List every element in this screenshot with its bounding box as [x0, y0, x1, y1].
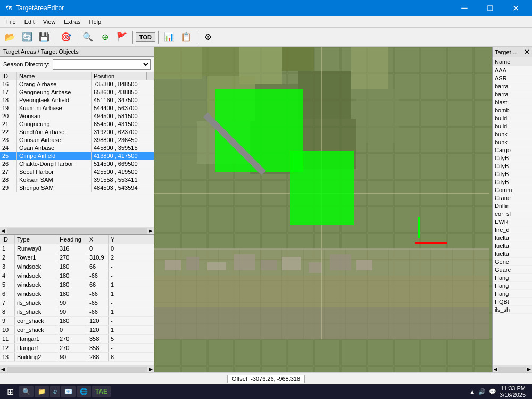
lower-table-row[interactable]: 10 eor_shack 0 120 1 [0, 326, 154, 335]
upper-table-row[interactable]: 18 Pyeongtaek Airfield 451160 , 347500 [0, 96, 154, 104]
taskbar-app2[interactable]: 📧 [61, 386, 76, 397]
right-panel-item[interactable]: CityB [493, 170, 532, 178]
right-panel-item[interactable]: fuelta [493, 234, 532, 242]
right-panel-item[interactable]: barra [493, 82, 532, 90]
upper-table-row[interactable]: 19 Kuum-ni Airbase 544400 , 563700 [0, 104, 154, 112]
right-panel-item[interactable]: HQBt [493, 298, 532, 306]
lower-table-row[interactable]: 8 ils_shack 90 -66 1 [0, 307, 154, 317]
taskbar-app3[interactable]: 🌐 [77, 386, 91, 397]
upper-table-row[interactable]: 29 Shenpo SAM 484503 , 543594 [0, 184, 154, 192]
lower-cell-heading: 270 [57, 335, 87, 343]
right-panel-item[interactable]: buildi [493, 122, 532, 130]
right-panel-item[interactable]: CityB [493, 162, 532, 170]
hscroll-track[interactable] [7, 228, 147, 234]
add-button[interactable]: ⊕ [97, 30, 113, 45]
right-panel-item[interactable]: buildi [493, 114, 532, 122]
right-panel-item[interactable]: blast [493, 98, 532, 106]
upper-hscroll[interactable]: ◀ ▶ [0, 227, 154, 234]
upper-table-row[interactable]: 24 Osan Airbase 445800 , 359515 [0, 144, 154, 152]
close-button[interactable]: ✕ [503, 0, 528, 16]
right-panel-item[interactable]: Crane [493, 194, 532, 202]
taskbar-explorer[interactable]: 📁 [35, 386, 49, 397]
upper-table-row[interactable]: 27 Seoul Harbor 425500 , 419500 [0, 168, 154, 176]
right-panel-item[interactable]: CityB [493, 178, 532, 186]
upper-table-row[interactable]: 28 Koksan SAM 391558 , 553411 [0, 176, 154, 184]
upper-table-row[interactable]: 26 Chakto-Dong Harbor 514500 , 669500 [0, 160, 154, 168]
right-panel-item[interactable]: bomb [493, 106, 532, 114]
lower-table-row[interactable]: 6 windsock 180 -66 1 [0, 289, 154, 298]
right-panel-item[interactable]: Cargo [493, 146, 532, 154]
right-panel-item[interactable]: CityB [493, 154, 532, 162]
right-panel-item[interactable]: ASR [493, 74, 532, 82]
lower-table-row[interactable]: 9 eor_shack 180 120 - [0, 317, 154, 326]
right-panel-item[interactable]: Hang [493, 274, 532, 282]
right-panel-item[interactable]: EWR [493, 218, 532, 226]
svg-rect-29 [330, 254, 351, 270]
target-button[interactable]: 🎯 [58, 30, 74, 45]
taskbar-tae[interactable]: TAE [92, 386, 111, 397]
upper-table-row[interactable]: 23 Gunsan Airbase 398800 , 236450 [0, 136, 154, 144]
season-select[interactable] [53, 59, 151, 70]
lower-table-row[interactable]: 4 windsock 180 -66 - [0, 271, 154, 280]
menu-help[interactable]: Help [85, 18, 106, 26]
right-panel-item[interactable]: Guarc [493, 266, 532, 274]
right-panel-item[interactable]: Hang [493, 282, 532, 290]
right-hscroll[interactable]: ◀ ▶ [493, 365, 532, 372]
menu-extras[interactable]: Extras [60, 18, 85, 26]
lower-hscroll-track[interactable] [7, 367, 147, 372]
map-area[interactable] [154, 47, 492, 372]
lower-table-row[interactable]: 11 Hangar1 270 358 5 [0, 335, 154, 344]
lower-col-y: Y [109, 235, 146, 244]
upper-table-row[interactable]: 25 Gimpo Airfield 413800 , 417500 [0, 152, 154, 160]
right-panel-item[interactable]: Drillin [493, 202, 532, 210]
menu-file[interactable]: File [2, 18, 20, 26]
flag-button[interactable]: 🚩 [114, 30, 130, 45]
lower-cell-y: 1 [109, 289, 154, 298]
refresh-button[interactable]: 🔄 [19, 30, 35, 45]
maximize-button[interactable]: □ [478, 0, 502, 16]
save-button[interactable]: 💾 [36, 30, 52, 45]
start-button[interactable]: ⊞ [2, 385, 18, 398]
layers-button[interactable]: 📋 [178, 30, 194, 45]
menu-view[interactable]: View [39, 18, 60, 26]
upper-table-row[interactable]: 20 Wonsan 494500 , 581500 [0, 112, 154, 120]
upper-table-row[interactable]: 17 Gangneung Airbase 658600 , 438850 [0, 88, 154, 96]
right-panel-item[interactable]: bunk [493, 130, 532, 138]
right-panel-item[interactable]: fire_d [493, 226, 532, 234]
settings-button[interactable]: ⚙ [200, 30, 216, 45]
lower-table-row[interactable]: 2 Tower1 270 310.9 2 [0, 253, 154, 262]
lower-table-row[interactable]: 5 windsock 180 66 1 [0, 280, 154, 289]
right-panel-scroll[interactable]: AAAASRbarrabarrablastbombbuildibuildibun… [493, 66, 532, 365]
upper-table-row[interactable]: 22 Sunch'on Airbase 319200 , 623700 [0, 128, 154, 136]
lower-table-row[interactable]: 12 Hangar1 270 358 - [0, 344, 154, 353]
upper-table-row[interactable]: 21 Gangneung 654500 , 431500 [0, 120, 154, 128]
right-panel-item[interactable]: fuelta [493, 242, 532, 250]
lower-cell-x: -66 [87, 271, 109, 280]
right-panel-close[interactable]: ✕ [524, 48, 530, 56]
minimize-button[interactable]: ─ [452, 0, 477, 16]
right-panel-item[interactable]: AAA [493, 66, 532, 74]
taskbar-app1[interactable]: ℯ [50, 386, 60, 397]
tod-button[interactable]: TOD [136, 32, 155, 42]
zoom-button[interactable]: 🔍 [80, 30, 96, 45]
right-panel-item[interactable]: bunk [493, 138, 532, 146]
right-panel-item[interactable]: eor_sl [493, 210, 532, 218]
right-panel-item[interactable]: barra [493, 90, 532, 98]
taskbar-search[interactable]: 🔍 [19, 386, 34, 397]
upper-table-scroll[interactable]: 16 Orang Airbase 735380 , 848500 17 Gang… [0, 80, 154, 227]
right-panel-item[interactable]: Hang [493, 290, 532, 298]
right-panel-item[interactable]: ils_sh [493, 306, 532, 314]
right-panel-item[interactable]: fuelta [493, 250, 532, 258]
right-panel-item[interactable]: Comm [493, 186, 532, 194]
chart-button[interactable]: 📊 [161, 30, 177, 45]
lower-table-row[interactable]: 3 windsock 180 66 - [0, 262, 154, 271]
right-panel-item[interactable]: Gene [493, 258, 532, 266]
lower-table-row[interactable]: 7 ils_shack 90 -65 - [0, 298, 154, 307]
lower-table-scroll[interactable]: 1 Runway8 316 0 0 2 Tower1 270 310.9 2 3… [0, 244, 154, 365]
lower-table-row[interactable]: 1 Runway8 316 0 0 [0, 244, 154, 253]
lower-table-row[interactable]: 13 Building2 90 288 8 [0, 353, 154, 362]
upper-table-row[interactable]: 16 Orang Airbase 735380 , 848500 [0, 80, 154, 88]
menu-edit[interactable]: Edit [20, 18, 39, 26]
lower-hscroll[interactable]: ◀ ▶ [0, 365, 154, 372]
open-button[interactable]: 📂 [2, 30, 18, 45]
